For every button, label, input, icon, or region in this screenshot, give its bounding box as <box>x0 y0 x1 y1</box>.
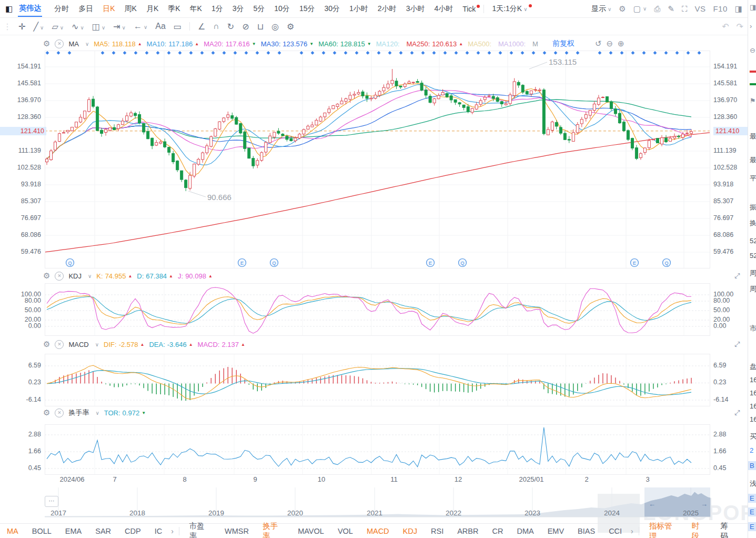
indicator-tab-筹码[interactable]: 筹码 <box>713 521 742 538</box>
chevron-down-icon[interactable]: ∨ <box>95 410 99 416</box>
timeframe-tab-日K[interactable]: 日K <box>98 4 119 14</box>
indicator-tab-市盈率[interactable]: 市盈率 <box>183 521 218 538</box>
indicator-tab-EMA[interactable]: EMA <box>58 527 88 535</box>
timeframe-tab-4小时[interactable]: 4小时 <box>429 4 458 14</box>
pane-close-icon[interactable]: ✕ <box>55 39 64 48</box>
wave-tool-icon[interactable]: ∿ <box>72 22 78 31</box>
pane-settings-icon[interactable]: ⚙ <box>43 271 50 281</box>
chevron-down-icon[interactable]: ∨ <box>60 25 64 31</box>
timeframe-tab-月K[interactable]: 月K <box>142 4 163 14</box>
indicator-tab-WMSR[interactable]: WMSR <box>218 527 256 535</box>
magnet-tool-icon[interactable]: ∩ <box>213 22 219 31</box>
pane-settings-icon[interactable]: ⚙ <box>43 408 50 417</box>
draw-pencil-icon[interactable]: ✎ <box>668 4 674 14</box>
chevron-down-icon[interactable]: ∨ <box>80 25 84 31</box>
chevron-down-icon[interactable]: ∨ <box>40 25 44 31</box>
screenshot-icon[interactable]: ⎙ <box>654 4 660 14</box>
symbol-tab[interactable]: 英伟达 <box>18 1 42 17</box>
indicator-tab-时段[interactable]: 时段 <box>685 521 714 538</box>
timeframe-tab-季K[interactable]: 季K <box>163 4 185 14</box>
timeframe-tab-2小时[interactable]: 2小时 <box>373 4 401 14</box>
layout-select-icon[interactable]: ▢ <box>633 4 641 14</box>
trendline-tool-icon[interactable]: ╱ <box>33 22 38 31</box>
channel-tool-icon[interactable]: ▱ <box>52 22 58 31</box>
reset-zoom-icon[interactable]: ↺ <box>595 39 602 48</box>
left-panel-toggle-icon[interactable]: ◧ <box>5 4 13 14</box>
indicator-tab-RSI[interactable]: RSI <box>424 527 450 535</box>
navigator-more-button[interactable]: ⋯ <box>45 496 58 507</box>
indicator-tab-EMV[interactable]: EMV <box>541 527 571 535</box>
chevron-down-icon[interactable]: ∨ <box>102 25 105 31</box>
pane-settings-icon[interactable]: ⚙ <box>43 39 50 48</box>
kdj-chart[interactable] <box>45 283 710 336</box>
indicator-tab-KDJ[interactable]: KDJ <box>396 527 424 535</box>
indicator-tab-SAR[interactable]: SAR <box>88 527 118 535</box>
redo-icon[interactable]: ↷ <box>737 22 743 32</box>
text-tool-icon[interactable]: Aa <box>155 22 166 31</box>
undo-icon[interactable]: ↶ <box>722 22 729 32</box>
indicator-tab-CDP[interactable]: CDP <box>118 527 148 535</box>
main-candlestick-chart[interactable]: QEQEQEQ <box>45 51 710 268</box>
chevron-down-icon[interactable]: ∨ <box>85 41 89 47</box>
turnover-chart[interactable] <box>45 424 710 475</box>
indicator-tab-BIAS[interactable]: BIAS <box>571 527 602 535</box>
chevron-down-icon[interactable]: ∨ <box>95 342 99 347</box>
pattern-tool-icon[interactable]: ◫ <box>92 22 100 31</box>
pane-close-icon[interactable]: ✕ <box>55 409 64 417</box>
indicator-tab-IC[interactable]: IC <box>148 527 169 535</box>
move-tool-icon[interactable]: ✛ <box>18 22 25 31</box>
timeframe-tab-年K[interactable]: 年K <box>185 4 207 14</box>
timeframe-tab-1小时[interactable]: 1小时 <box>345 4 373 14</box>
indicator-tab-MA[interactable]: MA <box>0 527 25 535</box>
indicator-tab-BOLL[interactable]: BOLL <box>25 527 58 535</box>
pane-close-icon[interactable]: ✕ <box>55 272 64 281</box>
vs-compare-button[interactable]: VS <box>694 4 705 13</box>
chevron-down-icon[interactable]: ∨ <box>144 24 147 30</box>
chart-settings-icon[interactable]: ⚙ <box>619 4 626 14</box>
forward-adjusted-button[interactable]: 前复权 <box>552 39 574 48</box>
timeframe-tab-3分[interactable]: 3分 <box>228 4 249 14</box>
indicator-tab-ARBR[interactable]: ARBR <box>450 527 485 535</box>
comment-tool-icon[interactable]: ▭ <box>174 22 182 31</box>
indicator-tab-DMA[interactable]: DMA <box>510 527 540 535</box>
timeframe-tab-多日[interactable]: 多日 <box>74 4 98 14</box>
hide-drawings-icon[interactable]: ⊘ <box>242 22 249 31</box>
fullscreen-icon[interactable]: ⛶ <box>682 4 688 14</box>
draw-settings-icon[interactable]: ⚙ <box>287 22 294 31</box>
indicator-tab-MACD[interactable]: MACD <box>360 527 396 535</box>
timeframe-tab-10分[interactable]: 10分 <box>269 4 295 14</box>
timeframe-tab-1天:1分K[interactable]: 1天:1分K∨ <box>487 4 532 14</box>
macd-expand-icon[interactable]: ⤢ <box>734 340 740 348</box>
display-menu[interactable]: 显示∨ <box>591 4 611 14</box>
timeframe-tab-3小时[interactable]: 3小时 <box>401 4 430 14</box>
timeframe-tab-5分[interactable]: 5分 <box>249 4 270 14</box>
cycle-tool-icon[interactable]: ↻ <box>227 22 234 31</box>
pane-settings-icon[interactable]: ⚙ <box>43 340 50 349</box>
f10-button[interactable]: F10 <box>713 4 727 13</box>
zoom-out-icon[interactable]: ⊖ <box>607 39 613 48</box>
chevron-down-icon[interactable]: ∨ <box>88 273 92 279</box>
indicator-tab-CCI[interactable]: CCI <box>602 527 629 535</box>
pane-close-icon[interactable]: ✕ <box>55 340 64 349</box>
macd-chart[interactable] <box>45 354 710 406</box>
arrow-tool-icon[interactable]: ← <box>134 22 142 31</box>
more-tabs-chevron[interactable]: › <box>629 527 636 535</box>
indicator-tab-VOL[interactable]: VOL <box>331 527 360 535</box>
measure-tool-icon[interactable]: ⇥ <box>113 22 120 31</box>
timeframe-tab-15分[interactable]: 15分 <box>295 4 320 14</box>
tor-expand-icon[interactable]: ⤢ <box>734 409 740 417</box>
timeframe-tab-30分[interactable]: 30分 <box>319 4 345 14</box>
indicator-tab-换手率[interactable]: 换手率 <box>256 521 291 538</box>
delete-drawings-icon[interactable]: ⊔ <box>257 22 264 31</box>
timeframe-tab-分时[interactable]: 分时 <box>49 4 74 14</box>
timeframe-tab-周K[interactable]: 周K <box>120 4 142 14</box>
more-tabs-chevron[interactable]: › <box>169 527 176 535</box>
compare-circles-icon[interactable]: ◎ <box>271 22 279 31</box>
kdj-expand-icon[interactable]: ⤢ <box>734 272 740 280</box>
indicator-tab-指标管理[interactable]: 指标管理 <box>642 521 685 538</box>
angle-tool-icon[interactable]: ∠ <box>198 22 205 31</box>
timeframe-tab-1分[interactable]: 1分 <box>207 4 228 14</box>
drag-handle[interactable]: ⋮ <box>3 22 11 31</box>
timeframe-tab-Tick[interactable]: Tick <box>458 5 480 13</box>
zoom-in-icon[interactable]: ⊕ <box>618 39 624 48</box>
